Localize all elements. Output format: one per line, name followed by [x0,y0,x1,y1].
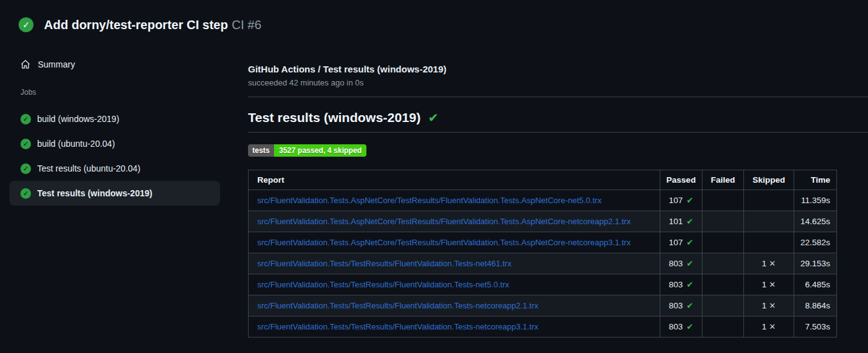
skipped-count: 1 [762,322,767,331]
heading-check-icon: ✔ [428,108,439,127]
job-label: Test results (ubuntu-20.04) [37,163,141,173]
column-header-time: Time [794,170,837,190]
skipped-cell [744,211,794,232]
table-row: src/FluentValidation.Tests/TestResults/F… [249,253,837,274]
sidebar-item-job[interactable]: ✓build (ubuntu-20.04) [9,131,220,156]
jobs-section-label: Jobs [20,88,248,97]
report-cell: src/FluentValidation.Tests.AspNetCore/Te… [249,232,660,253]
skipped-count: 1 [762,301,767,310]
section-heading: Test results (windows-2019) ✔ [248,108,868,133]
passed-check-icon: ✔ [686,259,693,268]
report-link[interactable]: src/FluentValidation.Tests/TestResults/F… [257,322,538,331]
passed-check-icon: ✔ [686,196,693,205]
skipped-x-icon: ✕ [769,322,776,331]
report-cell: src/FluentValidation.Tests/TestResults/F… [249,295,660,316]
passed-cell: 107✔ [660,190,702,211]
table-row: src/FluentValidation.Tests.AspNetCore/Te… [249,190,837,211]
passed-cell: 107✔ [660,232,702,253]
table-header-row: ReportPassedFailedSkippedTime [249,170,837,190]
column-header-report: Report [249,170,660,190]
passed-count: 107 [669,196,683,205]
time-cell: 8.864s [794,295,837,316]
job-success-icon: ✓ [20,188,31,199]
badge-label: tests [248,144,274,157]
report-link[interactable]: src/FluentValidation.Tests.AspNetCore/Te… [257,238,631,247]
report-cell: src/FluentValidation.Tests.AspNetCore/Te… [249,190,660,211]
failed-cell [702,295,744,316]
passed-cell: 803✔ [660,316,702,338]
table-row: src/FluentValidation.Tests/TestResults/F… [249,274,837,295]
report-link[interactable]: src/FluentValidation.Tests.AspNetCore/Te… [257,196,601,205]
skipped-x-icon: ✕ [769,280,776,289]
sidebar-item-job[interactable]: ✓Test results (ubuntu-20.04) [9,156,220,181]
test-results-table: ReportPassedFailedSkippedTime src/Fluent… [248,170,837,338]
passed-check-icon: ✔ [686,322,693,331]
check-title: GitHub Actions / Test results (windows-2… [248,64,868,75]
skipped-count: 1 [762,259,767,268]
column-header-skipped: Skipped [744,170,794,190]
job-label: build (ubuntu-20.04) [37,139,115,149]
failed-cell [702,274,744,295]
failed-cell [702,316,744,338]
table-row: src/FluentValidation.Tests/TestResults/F… [249,295,837,316]
skipped-x-icon: ✕ [769,259,776,268]
header-divider [248,97,868,97]
time-cell: 14.625s [794,211,837,232]
skipped-cell: 1✕ [744,274,794,295]
skipped-x-icon: ✕ [769,301,776,310]
badge-value: 3527 passed, 4 skipped [274,144,366,157]
table-row: src/FluentValidation.Tests/TestResults/F… [249,316,837,338]
failed-cell [702,253,744,274]
report-link[interactable]: src/FluentValidation.Tests/TestResults/F… [257,301,538,310]
time-cell: 6.485s [794,274,837,295]
job-success-icon: ✓ [20,114,31,124]
passed-count: 803 [669,280,683,289]
skipped-cell [744,190,794,211]
main-content: GitHub Actions / Test results (windows-2… [248,47,868,338]
job-success-icon: ✓ [20,139,31,149]
report-link[interactable]: src/FluentValidation.Tests/TestResults/F… [257,259,512,268]
passed-check-icon: ✔ [686,238,693,247]
passed-cell: 803✔ [660,274,702,295]
sidebar-item-job[interactable]: ✓build (windows-2019) [9,107,220,131]
check-status-text: succeeded 42 minutes ago in 0s [248,78,868,88]
skipped-count: 1 [762,280,767,289]
failed-cell [702,211,744,232]
job-label: build (windows-2019) [37,114,119,124]
job-success-icon: ✓ [20,163,31,174]
success-check-circle-icon: ✓ [19,17,33,32]
column-header-passed: Passed [660,170,702,190]
report-cell: src/FluentValidation.Tests/TestResults/F… [249,253,660,274]
check-meta: GitHub Actions / Test results (windows-2… [248,64,868,88]
table-row: src/FluentValidation.Tests.AspNetCore/Te… [249,211,837,232]
passed-count: 803 [669,322,683,331]
sidebar-item-summary[interactable]: Summary [0,53,248,76]
report-cell: src/FluentValidation.Tests/TestResults/F… [249,274,660,295]
run-number: CI #6 [232,18,262,32]
time-cell: 11.359s [794,190,837,211]
passed-count: 107 [669,238,683,247]
skipped-cell: 1✕ [744,295,794,316]
sidebar-jobs-list: ✓build (windows-2019)✓build (ubuntu-20.0… [0,107,248,206]
report-cell: src/FluentValidation.Tests/TestResults/F… [249,316,660,338]
skipped-cell: 1✕ [744,316,794,338]
passed-cell: 803✔ [660,295,702,316]
run-header: ✓ Add dorny/test-reporter CI stepCI #6 [0,0,868,32]
job-label: Test results (windows-2019) [37,188,153,198]
passed-check-icon: ✔ [686,217,693,226]
summary-label: Summary [38,59,75,69]
report-link[interactable]: src/FluentValidation.Tests/TestResults/F… [257,280,509,289]
sidebar: Summary Jobs ✓build (windows-2019)✓build… [0,47,248,338]
time-cell: 7.503s [794,316,837,338]
report-cell: src/FluentValidation.Tests.AspNetCore/Te… [249,211,660,232]
passed-check-icon: ✔ [686,301,693,310]
home-icon [20,59,30,69]
run-title: Add dorny/test-reporter CI step [44,18,228,32]
sidebar-item-job[interactable]: ✓Test results (windows-2019) [9,181,220,206]
passed-count: 101 [669,217,683,226]
passed-count: 803 [669,301,683,310]
passed-cell: 101✔ [660,211,702,232]
table-row: src/FluentValidation.Tests.AspNetCore/Te… [249,232,837,253]
section-heading-text: Test results (windows-2019) [248,108,421,127]
report-link[interactable]: src/FluentValidation.Tests.AspNetCore/Te… [257,217,631,226]
